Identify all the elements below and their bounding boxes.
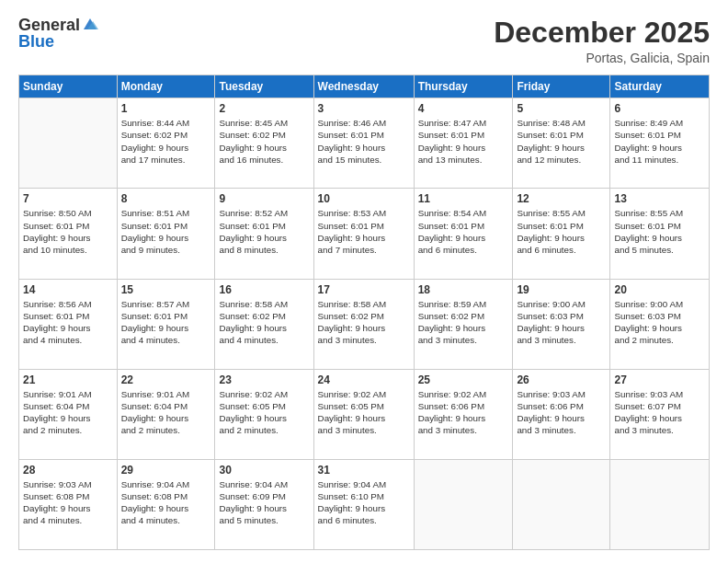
day-info: Sunrise: 8:54 AMSunset: 6:01 PMDaylight:…: [418, 207, 509, 256]
calendar-cell: 19Sunrise: 9:00 AMSunset: 6:03 PMDayligh…: [513, 279, 610, 369]
calendar-week-0: 1Sunrise: 8:44 AMSunset: 6:02 PMDaylight…: [19, 98, 710, 189]
col-monday: Monday: [117, 75, 215, 98]
day-number: 22: [121, 373, 211, 386]
day-info: Sunrise: 9:03 AMSunset: 6:07 PMDaylight:…: [614, 388, 705, 437]
calendar-cell: 12Sunrise: 8:55 AMSunset: 6:01 PMDayligh…: [513, 189, 610, 279]
calendar-cell: 2Sunrise: 8:45 AMSunset: 6:02 PMDaylight…: [215, 98, 313, 189]
day-number: 6: [614, 102, 705, 115]
day-info: Sunrise: 8:50 AMSunset: 6:01 PMDaylight:…: [23, 207, 113, 256]
calendar-cell: 3Sunrise: 8:46 AMSunset: 6:01 PMDaylight…: [313, 98, 414, 189]
calendar-cell: 21Sunrise: 9:01 AMSunset: 6:04 PMDayligh…: [19, 369, 118, 459]
day-number: 23: [219, 373, 309, 386]
calendar-cell: 16Sunrise: 8:58 AMSunset: 6:02 PMDayligh…: [215, 279, 313, 369]
location: Portas, Galicia, Spain: [494, 51, 710, 65]
day-number: 12: [517, 192, 606, 205]
calendar-cell: [414, 459, 513, 549]
logo-blue-text: Blue: [18, 33, 54, 50]
day-info: Sunrise: 8:55 AMSunset: 6:01 PMDaylight:…: [614, 207, 705, 256]
calendar-cell: 7Sunrise: 8:50 AMSunset: 6:01 PMDaylight…: [19, 189, 118, 279]
day-info: Sunrise: 8:46 AMSunset: 6:01 PMDaylight:…: [318, 117, 410, 166]
title-block: December 2025 Portas, Galicia, Spain: [494, 17, 710, 65]
day-info: Sunrise: 9:03 AMSunset: 6:06 PMDaylight:…: [517, 388, 606, 437]
day-info: Sunrise: 8:51 AMSunset: 6:01 PMDaylight:…: [121, 207, 211, 256]
calendar-week-1: 7Sunrise: 8:50 AMSunset: 6:01 PMDaylight…: [19, 189, 710, 279]
day-number: 31: [318, 464, 410, 477]
day-info: Sunrise: 8:58 AMSunset: 6:02 PMDaylight:…: [219, 298, 309, 347]
col-friday: Friday: [513, 75, 610, 98]
calendar-cell: 15Sunrise: 8:57 AMSunset: 6:01 PMDayligh…: [117, 279, 215, 369]
calendar-cell: 28Sunrise: 9:03 AMSunset: 6:08 PMDayligh…: [19, 459, 118, 549]
col-saturday: Saturday: [610, 75, 710, 98]
day-info: Sunrise: 8:57 AMSunset: 6:01 PMDaylight:…: [121, 298, 211, 347]
calendar-cell: 8Sunrise: 8:51 AMSunset: 6:01 PMDaylight…: [117, 189, 215, 279]
day-info: Sunrise: 8:55 AMSunset: 6:01 PMDaylight:…: [517, 207, 606, 256]
day-number: 17: [318, 283, 410, 296]
day-number: 29: [121, 464, 211, 477]
day-number: 5: [517, 102, 606, 115]
day-info: Sunrise: 8:58 AMSunset: 6:02 PMDaylight:…: [318, 298, 410, 347]
day-info: Sunrise: 8:48 AMSunset: 6:01 PMDaylight:…: [517, 117, 606, 166]
day-info: Sunrise: 9:04 AMSunset: 6:10 PMDaylight:…: [318, 478, 410, 527]
day-info: Sunrise: 8:53 AMSunset: 6:01 PMDaylight:…: [318, 207, 410, 256]
day-info: Sunrise: 8:47 AMSunset: 6:01 PMDaylight:…: [418, 117, 509, 166]
day-number: 13: [614, 192, 705, 205]
day-number: 16: [219, 283, 309, 296]
calendar-week-3: 21Sunrise: 9:01 AMSunset: 6:04 PMDayligh…: [19, 369, 710, 459]
day-info: Sunrise: 9:00 AMSunset: 6:03 PMDaylight:…: [614, 298, 705, 347]
day-number: 14: [23, 283, 113, 296]
day-info: Sunrise: 9:02 AMSunset: 6:05 PMDaylight:…: [318, 388, 410, 437]
day-info: Sunrise: 9:00 AMSunset: 6:03 PMDaylight:…: [517, 298, 606, 347]
calendar-cell: 29Sunrise: 9:04 AMSunset: 6:08 PMDayligh…: [117, 459, 215, 549]
day-number: 24: [318, 373, 410, 386]
day-number: 8: [121, 192, 211, 205]
day-info: Sunrise: 8:59 AMSunset: 6:02 PMDaylight:…: [418, 298, 509, 347]
day-info: Sunrise: 8:52 AMSunset: 6:01 PMDaylight:…: [219, 207, 309, 256]
day-number: 25: [418, 373, 509, 386]
day-number: 27: [614, 373, 705, 386]
calendar-cell: [19, 98, 118, 189]
calendar-cell: [610, 459, 710, 549]
day-number: 7: [23, 192, 113, 205]
calendar-cell: 9Sunrise: 8:52 AMSunset: 6:01 PMDaylight…: [215, 189, 313, 279]
day-number: 9: [219, 192, 309, 205]
calendar-cell: 13Sunrise: 8:55 AMSunset: 6:01 PMDayligh…: [610, 189, 710, 279]
day-number: 11: [418, 192, 509, 205]
day-info: Sunrise: 9:04 AMSunset: 6:09 PMDaylight:…: [219, 478, 309, 527]
month-title: December 2025: [494, 17, 710, 49]
calendar-week-4: 28Sunrise: 9:03 AMSunset: 6:08 PMDayligh…: [19, 459, 710, 549]
calendar-cell: 23Sunrise: 9:02 AMSunset: 6:05 PMDayligh…: [215, 369, 313, 459]
col-thursday: Thursday: [414, 75, 513, 98]
day-number: 21: [23, 373, 113, 386]
calendar-cell: 22Sunrise: 9:01 AMSunset: 6:04 PMDayligh…: [117, 369, 215, 459]
col-wednesday: Wednesday: [313, 75, 414, 98]
col-tuesday: Tuesday: [215, 75, 313, 98]
calendar-cell: 5Sunrise: 8:48 AMSunset: 6:01 PMDaylight…: [513, 98, 610, 189]
day-number: 30: [219, 464, 309, 477]
calendar-cell: 17Sunrise: 8:58 AMSunset: 6:02 PMDayligh…: [313, 279, 414, 369]
day-info: Sunrise: 8:44 AMSunset: 6:02 PMDaylight:…: [121, 117, 211, 166]
calendar-cell: 18Sunrise: 8:59 AMSunset: 6:02 PMDayligh…: [414, 279, 513, 369]
day-number: 26: [517, 373, 606, 386]
day-info: Sunrise: 8:49 AMSunset: 6:01 PMDaylight:…: [614, 117, 705, 166]
calendar-cell: 11Sunrise: 8:54 AMSunset: 6:01 PMDayligh…: [414, 189, 513, 279]
calendar: Sunday Monday Tuesday Wednesday Thursday…: [18, 75, 710, 550]
calendar-cell: 31Sunrise: 9:04 AMSunset: 6:10 PMDayligh…: [313, 459, 414, 549]
calendar-cell: 10Sunrise: 8:53 AMSunset: 6:01 PMDayligh…: [313, 189, 414, 279]
logo: General Blue: [18, 17, 100, 50]
day-info: Sunrise: 9:02 AMSunset: 6:05 PMDaylight:…: [219, 388, 309, 437]
day-number: 20: [614, 283, 705, 296]
day-info: Sunrise: 9:01 AMSunset: 6:04 PMDaylight:…: [121, 388, 211, 437]
day-number: 1: [121, 102, 211, 115]
day-info: Sunrise: 8:45 AMSunset: 6:02 PMDaylight:…: [219, 117, 309, 166]
calendar-header-row: Sunday Monday Tuesday Wednesday Thursday…: [19, 75, 710, 98]
page: General Blue December 2025 Portas, Galic…: [0, 0, 728, 563]
calendar-cell: 14Sunrise: 8:56 AMSunset: 6:01 PMDayligh…: [19, 279, 118, 369]
calendar-cell: 26Sunrise: 9:03 AMSunset: 6:06 PMDayligh…: [513, 369, 610, 459]
calendar-cell: 4Sunrise: 8:47 AMSunset: 6:01 PMDaylight…: [414, 98, 513, 189]
col-sunday: Sunday: [19, 75, 118, 98]
day-number: 19: [517, 283, 606, 296]
logo-icon: [80, 17, 100, 33]
day-number: 10: [318, 192, 410, 205]
day-info: Sunrise: 8:56 AMSunset: 6:01 PMDaylight:…: [23, 298, 113, 347]
day-number: 15: [121, 283, 211, 296]
